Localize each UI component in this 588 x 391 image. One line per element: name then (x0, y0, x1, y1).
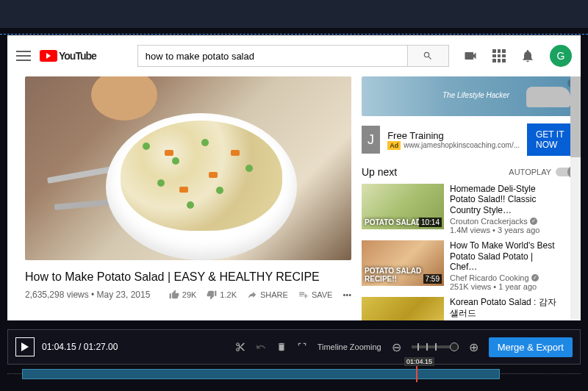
share-icon (247, 290, 257, 300)
like-button[interactable]: 29K (169, 290, 197, 300)
zoom-knob[interactable] (450, 342, 459, 351)
rec-thumbnail: POTATO SALAD RECIPE!!7:59 (362, 240, 444, 286)
playlist-add-icon (298, 290, 309, 300)
youtube-logo-text: YouTube (59, 50, 96, 62)
playhead[interactable] (416, 366, 417, 382)
search-button[interactable] (408, 45, 449, 67)
ad-title: Free Training (387, 130, 520, 141)
video-views: 2,635,298 views (25, 290, 89, 300)
verified-icon: ✓ (530, 218, 537, 225)
apps-icon[interactable] (492, 49, 506, 62)
video-date: May 23, 2015 (97, 290, 151, 300)
playhead-time: 01:04.15 (404, 357, 434, 366)
delete-icon[interactable] (276, 342, 287, 352)
verified-icon: ✓ (531, 274, 539, 281)
car-image (526, 87, 570, 107)
selection-marquee (0, 34, 588, 35)
captured-screen: YouTube G (7, 35, 581, 320)
undo-icon[interactable] (256, 342, 266, 352)
youtube-logo[interactable]: YouTube (40, 50, 96, 62)
account-avatar[interactable]: G (550, 45, 572, 67)
search-input[interactable] (137, 45, 408, 67)
rec-thumbnail (362, 297, 444, 320)
recommendation-item[interactable]: Korean Potato Salad : 감자 샐러드SomSsi Korea… (362, 297, 579, 320)
notifications-icon[interactable] (520, 49, 535, 63)
editor-toolbar: 01:04.15 / 01:27.00 Timeline Zooming ⊖ ⊕… (7, 329, 581, 365)
rec-thumbnail: POTATO SALAD10:14 (362, 184, 444, 229)
search-icon (423, 51, 433, 61)
dislike-button[interactable]: 1.2K (207, 290, 237, 300)
sidebar-column: The Lifestyle Hacker i J Free Training A… (362, 76, 579, 320)
ad-url: www.jameshopkinscoaching.com/... (404, 141, 520, 149)
time-display: 01:04.15 / 01:27.00 (42, 342, 118, 352)
main-column: How to Make Potato Salad | EASY & HEALTH… (25, 76, 351, 320)
ad-row: J Free Training Adwww.jameshopkinscoachi… (362, 116, 579, 163)
thumb-down-icon (207, 290, 217, 300)
zoom-label: Timeline Zooming (318, 342, 381, 351)
timeline[interactable]: 01:04.15 (7, 367, 581, 387)
youtube-play-icon (40, 50, 57, 62)
ad-badge: Ad (387, 141, 401, 150)
share-button[interactable]: SHARE (247, 290, 288, 300)
merge-export-button[interactable]: Merge & Export (489, 337, 573, 357)
play-button[interactable] (15, 337, 35, 356)
recommendation-item[interactable]: POTATO SALAD RECIPE!!7:59 How To Make Wo… (362, 240, 579, 291)
ad-logo[interactable]: J (362, 126, 380, 154)
video-player[interactable] (25, 76, 351, 260)
create-video-icon[interactable] (463, 49, 478, 63)
timeline-clip[interactable] (22, 369, 500, 379)
thumb-up-icon (169, 290, 179, 300)
more-button[interactable]: ••• (343, 290, 351, 299)
menu-icon[interactable] (16, 51, 31, 61)
save-button[interactable]: SAVE (298, 290, 333, 300)
video-title: How to Make Potato Salad | EASY & HEALTH… (25, 270, 351, 284)
zoom-slider[interactable] (412, 345, 459, 348)
upnext-label: Up next (362, 166, 397, 178)
app-titlebar (0, 0, 588, 28)
youtube-header: YouTube G (7, 35, 581, 76)
ad-banner[interactable]: The Lifestyle Hacker i (362, 76, 579, 116)
autoplay-label: AUTOPLAY (509, 168, 551, 176)
cut-icon[interactable] (235, 342, 245, 352)
scrollbar[interactable] (570, 76, 581, 319)
expand-icon[interactable] (297, 342, 307, 352)
recommendation-item[interactable]: POTATO SALAD10:14 Homemade Deli-Style Po… (362, 184, 579, 234)
play-icon (21, 342, 29, 351)
